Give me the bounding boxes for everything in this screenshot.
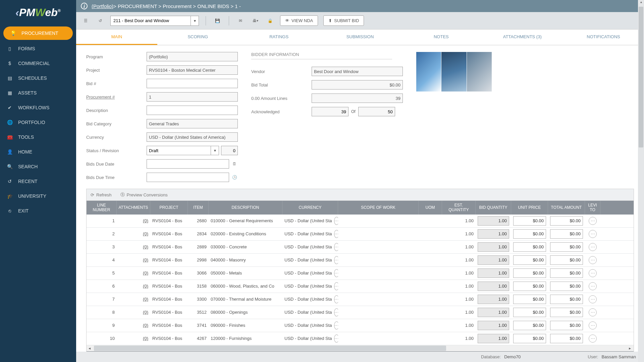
bid-qty-input[interactable]: [478, 268, 509, 278]
col-total-amount[interactable]: TOTAL AMOUNT: [548, 201, 585, 215]
bid-qty-input[interactable]: [478, 334, 509, 343]
unit-price-input[interactable]: [513, 321, 546, 330]
bidno-field[interactable]: [147, 79, 238, 88]
ellipsis-icon[interactable]: ⋯: [589, 217, 597, 225]
attachments-link[interactable]: (0): [143, 323, 148, 328]
ellipsis-icon[interactable]: ⋯: [589, 295, 597, 303]
history-icon[interactable]: ↺: [96, 16, 105, 25]
bid-qty-input[interactable]: [478, 229, 509, 239]
unit-price-input[interactable]: [513, 268, 546, 278]
col-unit-price[interactable]: UNIT PRICE: [511, 201, 548, 215]
sidebar-item-recent[interactable]: ↺RECENT: [0, 174, 76, 189]
col-project[interactable]: PROJECT: [150, 201, 188, 215]
bid-qty-input[interactable]: [478, 321, 509, 330]
sidebar-item-forms[interactable]: ▯FORMS: [0, 41, 76, 56]
procno-label[interactable]: Procurement #: [86, 95, 147, 100]
col-currency[interactable]: CURRENCY: [282, 201, 338, 215]
sidebar-item-search[interactable]: 🔍SEARCH: [0, 159, 76, 174]
attachments-link[interactable]: (0): [143, 284, 148, 289]
vertical-scrollbar[interactable]: ▴: [638, 0, 644, 362]
col-uom[interactable]: UOM: [419, 201, 442, 215]
total-amount-input[interactable]: [550, 334, 583, 343]
submit-bid-button[interactable]: ⬆SUBMIT BID: [323, 15, 364, 26]
breadcrumb-portfolio-link[interactable]: (Portfolio): [92, 3, 113, 9]
total-amount-input[interactable]: [550, 308, 583, 317]
total-amount-input[interactable]: [550, 295, 583, 304]
ellipsis-icon[interactable]: ⋯: [334, 308, 338, 316]
email-icon[interactable]: ✉: [236, 16, 245, 25]
view-nda-button[interactable]: 👁VIEW NDA: [280, 15, 318, 26]
bid-qty-input[interactable]: [478, 216, 509, 226]
col-bid-qty[interactable]: BID QUANTITY: [476, 201, 511, 215]
total-amount-input[interactable]: [550, 268, 583, 278]
total-amount-input[interactable]: [550, 216, 583, 226]
col-line[interactable]: LINE NUMBER: [87, 201, 117, 215]
sidebar-item-university[interactable]: 🎓UNIVERSITY: [0, 189, 76, 203]
bid-qty-input[interactable]: [478, 282, 509, 291]
sidebar-item-procurement[interactable]: 💡PROCUREMENT: [3, 26, 73, 40]
ellipsis-icon[interactable]: ⋯: [334, 321, 338, 329]
total-amount-input[interactable]: [550, 282, 583, 291]
table-row[interactable]: 5(0)RVS0104 - Bos3066050000 - MetalsUSD …: [87, 267, 634, 280]
attachments-link[interactable]: (0): [143, 218, 148, 223]
table-row[interactable]: 4(0)RVS0104 - Bos2998040000 - MasonryUSD…: [87, 254, 634, 267]
table-row[interactable]: 3(0)RVS0104 - Bos2889030000 - ConcreteUS…: [87, 241, 634, 254]
horizontal-scrollbar[interactable]: ◂▸: [87, 345, 634, 351]
save-icon[interactable]: 💾: [213, 16, 222, 25]
unit-price-input[interactable]: [513, 295, 546, 304]
ellipsis-icon[interactable]: ⋯: [589, 282, 597, 290]
status-select[interactable]: [147, 146, 211, 155]
duedate-field[interactable]: [147, 159, 229, 169]
unit-price-input[interactable]: [513, 334, 546, 343]
attachments-link[interactable]: (0): [143, 310, 148, 315]
table-row[interactable]: 1(0)RVS0104 - Bos2680010000 - General Re…: [87, 215, 634, 228]
info-icon[interactable]: i: [81, 3, 88, 9]
table-row[interactable]: 7(0)RVS0104 - Bos3300070000 - Thermal an…: [87, 293, 634, 306]
sidebar-item-workflows[interactable]: ✔WORKFLOWS: [0, 100, 76, 115]
list-icon[interactable]: ☰: [81, 16, 90, 25]
table-row[interactable]: 2(0)RVS0104 - Bos2834020000 - Existing C…: [87, 228, 634, 241]
refresh-button[interactable]: ⟳Refresh: [91, 192, 112, 198]
tab-notes[interactable]: NOTES: [400, 29, 482, 45]
sidebar-item-assets[interactable]: ▦ASSETS: [0, 85, 76, 100]
vendor-select-input[interactable]: [110, 16, 191, 26]
unit-price-input[interactable]: [513, 229, 546, 239]
ellipsis-icon[interactable]: ⋯: [334, 295, 338, 303]
col-description[interactable]: DESCRIPTION: [209, 201, 282, 215]
attachments-link[interactable]: (0): [143, 244, 148, 249]
sidebar-item-schedules[interactable]: ▤SCHEDULES: [0, 71, 76, 85]
ellipsis-icon[interactable]: ⋯: [589, 230, 597, 238]
table-row[interactable]: 9(0)RVS0104 - Bos3741090000 - FinishesUS…: [87, 319, 634, 332]
tab-main[interactable]: MAIN: [76, 29, 157, 45]
ellipsis-icon[interactable]: ⋯: [589, 269, 597, 277]
description-field[interactable]: [147, 106, 238, 115]
col-est-qty[interactable]: EST. QUANTITY: [442, 201, 476, 215]
bid-qty-input[interactable]: [478, 255, 509, 265]
ellipsis-icon[interactable]: ⋯: [589, 243, 597, 251]
attachments-link[interactable]: (0): [143, 336, 148, 341]
ellipsis-icon[interactable]: ⋯: [589, 335, 597, 343]
chevron-down-icon[interactable]: ▾: [191, 16, 199, 26]
ellipsis-icon[interactable]: ⋯: [334, 256, 338, 264]
tab-scoring[interactable]: SCORING: [157, 29, 238, 45]
ellipsis-icon[interactable]: ⋯: [589, 321, 597, 329]
table-row[interactable]: 8(0)RVS0104 - Bos3512080000 - OpeningsUS…: [87, 306, 634, 319]
sidebar-item-home[interactable]: 👤HOME: [0, 144, 76, 159]
preview-conversions-button[interactable]: ⓢPreview Conversions: [120, 192, 168, 198]
duetime-field[interactable]: [147, 173, 229, 182]
calendar-icon[interactable]: 🗓: [231, 161, 238, 167]
total-amount-input[interactable]: [550, 242, 583, 252]
tab-submission[interactable]: SUBMISSION: [320, 29, 401, 45]
ellipsis-icon[interactable]: ⋯: [334, 269, 338, 277]
bid-qty-input[interactable]: [478, 295, 509, 304]
tab-attachments[interactable]: ATTACHMENTS (3): [482, 29, 563, 45]
col-attachments[interactable]: ATTACHMENTS: [117, 201, 150, 215]
total-amount-input[interactable]: [550, 321, 583, 330]
print-icon[interactable]: 🖶▾: [251, 16, 260, 25]
sidebar-item-tools[interactable]: 🧰TOOLS: [0, 130, 76, 144]
ellipsis-icon[interactable]: ⋯: [334, 335, 338, 343]
attachments-link[interactable]: (0): [143, 257, 148, 262]
sidebar-item-exit[interactable]: ⎋EXIT: [0, 203, 76, 218]
sidebar-item-commercial[interactable]: $COMMERCIAL: [0, 56, 76, 71]
total-amount-input[interactable]: [550, 229, 583, 239]
